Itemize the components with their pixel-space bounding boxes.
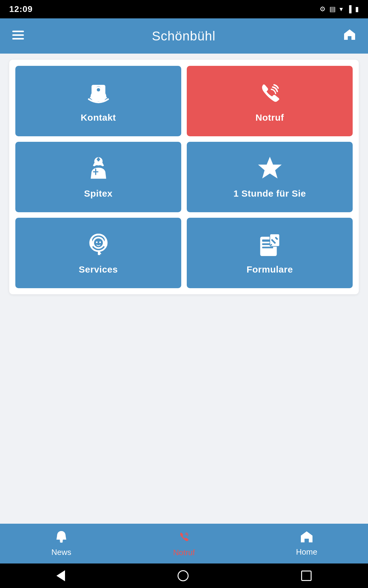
svg-rect-1 <box>12 34 24 36</box>
bell-icon <box>55 530 67 545</box>
phone-call-icon <box>256 79 284 107</box>
kontakt-label: Kontakt <box>81 112 116 123</box>
bottom-nav: News Notruf Home <box>0 524 368 564</box>
android-home-button[interactable] <box>178 570 189 581</box>
card-grid: Kontakt Notruf <box>9 60 359 294</box>
form-icon <box>256 231 284 259</box>
notruf-card[interactable]: Notruf <box>187 66 353 136</box>
battery-icon: ▮ <box>355 5 359 13</box>
spitex-card[interactable]: Spitex <box>15 142 181 212</box>
formulare-card[interactable]: Formulare <box>187 218 353 288</box>
svg-point-32 <box>60 541 63 543</box>
nurse-icon <box>85 155 112 183</box>
star-icon <box>256 155 284 183</box>
back-button[interactable] <box>56 570 65 581</box>
top-bar: Schönbühl <box>0 18 368 54</box>
signal-icon: ▐ <box>347 5 351 13</box>
stunde-card[interactable]: 1 Stunde für Sie <box>187 142 353 212</box>
nav-news[interactable]: News <box>31 530 92 557</box>
nav-news-label: News <box>51 548 71 557</box>
svg-point-23 <box>99 241 101 243</box>
status-icons: ⚙ ▤ ▾ ▐ ▮ <box>320 5 359 13</box>
status-bar: 12:09 ⚙ ▤ ▾ ▐ ▮ <box>0 0 368 18</box>
sim-icon: ▤ <box>329 5 336 13</box>
home-button[interactable] <box>343 29 356 43</box>
settings-icon: ⚙ <box>320 5 326 13</box>
android-nav <box>0 564 368 588</box>
svg-rect-12 <box>98 157 99 161</box>
stunde-label: 1 Stunde für Sie <box>233 188 306 199</box>
notruf-label: Notruf <box>255 112 284 123</box>
kontakt-card[interactable]: Kontakt <box>15 66 181 136</box>
house-icon <box>300 531 313 545</box>
menu-button[interactable] <box>12 29 24 43</box>
svg-point-9 <box>92 94 105 99</box>
nav-notruf-label: Notruf <box>173 548 195 557</box>
svg-rect-2 <box>12 38 24 40</box>
status-time: 12:09 <box>9 4 33 14</box>
svg-rect-29 <box>262 247 273 248</box>
svg-point-22 <box>96 241 97 243</box>
headset-icon <box>85 231 112 259</box>
spitex-label: Spitex <box>84 188 113 199</box>
app-container: Schönbühl <box>0 18 368 564</box>
svg-point-8 <box>97 88 100 92</box>
svg-rect-31 <box>60 540 63 541</box>
svg-rect-25 <box>103 242 106 247</box>
nav-home[interactable]: Home <box>276 531 337 557</box>
nav-home-label: Home <box>296 547 317 557</box>
nav-notruf[interactable]: Notruf <box>153 530 215 557</box>
formulare-label: Formulare <box>247 264 293 275</box>
wifi-icon: ▾ <box>339 5 343 13</box>
svg-marker-13 <box>259 157 281 178</box>
app-title: Schönbühl <box>152 29 216 43</box>
svg-rect-24 <box>90 242 93 247</box>
nav-phone-call-icon <box>177 530 191 545</box>
services-label: Services <box>79 264 118 275</box>
svg-rect-0 <box>12 31 24 32</box>
recents-button[interactable] <box>301 571 312 581</box>
phone-icon <box>85 79 112 107</box>
services-card[interactable]: Services <box>15 218 181 288</box>
main-content: Kontakt Notruf <box>0 54 368 524</box>
